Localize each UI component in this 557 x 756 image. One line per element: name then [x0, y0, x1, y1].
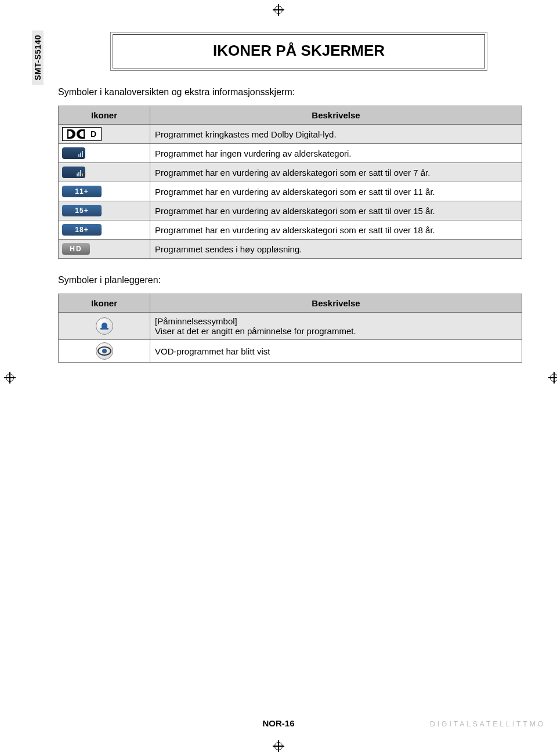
icon-table-2: Ikoner Beskrivelse [Påminnelsessymbol] V… [58, 294, 522, 363]
age-11-icon: 11+ [62, 185, 102, 198]
row-desc: VOD-programmet har blitt vist [150, 340, 522, 363]
row-desc: Programmet har en vurdering av alderskat… [150, 220, 522, 240]
page-content: IKONER PÅ SKJERMER Symboler i kanalovers… [58, 32, 522, 379]
table-row: 11+ Programmet har en vurdering av alder… [59, 182, 522, 201]
page-title: IKONER PÅ SKJERMER [113, 34, 485, 68]
row-desc: Programmet har en vurdering av alderskat… [150, 163, 522, 182]
age-15-icon: 15+ [62, 204, 102, 218]
row-desc: Programmet kringkastes med Dolby Digital… [150, 125, 522, 144]
manual-page: SMT-S5140 IKONER PÅ SKJERMER Symboler i … [0, 0, 557, 756]
no-rating-icon [62, 146, 85, 160]
title-frame: IKONER PÅ SKJERMER [110, 32, 487, 71]
row-desc: Programmet har en vurdering av alderskat… [150, 201, 522, 220]
row-desc: Programmet har en vurdering av alderskat… [150, 182, 522, 201]
age-7-icon [62, 165, 85, 179]
registration-mark-left [3, 371, 16, 384]
table2-header-icons: Ikoner [59, 294, 150, 313]
registration-mark-right [548, 371, 557, 384]
table-row: VOD-programmet har blitt vist [59, 340, 522, 363]
table-row: 18+ Programmet har en vurdering av alder… [59, 220, 522, 240]
table-row: 15+ Programmet har en vurdering av alder… [59, 201, 522, 220]
table-row: D Programmet kringkastes med Dolby Digit… [59, 125, 522, 144]
vod-eye-icon [96, 342, 113, 360]
icon-table-1: Ikoner Beskrivelse D Programmet kringkas… [58, 106, 522, 259]
registration-mark-top [272, 3, 285, 16]
row-desc: [Påminnelsessymbol] Viser at det er angi… [150, 313, 522, 340]
row-desc: Programmet har ingen vurdering av alders… [150, 144, 522, 163]
footer-running-title: DIGITALSATELLITTMO [430, 720, 545, 728]
hd-icon: HD [62, 242, 90, 256]
age-18-icon: 18+ [62, 223, 102, 237]
reminder-title: [Påminnelsessymbol] [155, 316, 517, 326]
table-row: Programmet har en vurdering av alderskat… [59, 163, 522, 182]
intro-text-1: Symboler i kanaloversikten og ekstra inf… [58, 87, 522, 97]
table1-header-icons: Ikoner [59, 106, 150, 125]
table1-header-desc: Beskrivelse [150, 106, 522, 125]
intro-text-2: Symboler i planleggeren: [58, 275, 522, 285]
table-row: Programmet har ingen vurdering av alders… [59, 144, 522, 163]
table-row: [Påminnelsessymbol] Viser at det er angi… [59, 313, 522, 340]
table2-header-desc: Beskrivelse [150, 294, 522, 313]
reminder-desc: Viser at det er angitt en påminnelse for… [155, 326, 517, 336]
side-tab-model: SMT-S5140 [32, 30, 44, 85]
registration-mark-bottom [272, 740, 285, 753]
table-row: HD Programmet sendes i høy oppløsning. [59, 240, 522, 259]
row-desc: Programmet sendes i høy oppløsning. [150, 240, 522, 259]
dolby-digital-icon: D [62, 127, 102, 141]
reminder-bell-icon [96, 317, 113, 335]
